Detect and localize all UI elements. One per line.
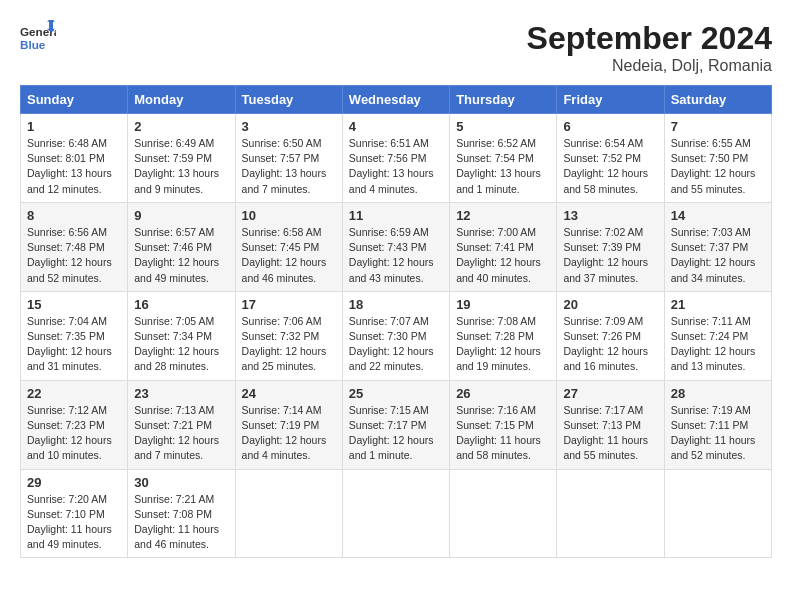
day-number: 9: [134, 208, 228, 223]
day-info: Sunrise: 6:55 AM Sunset: 7:50 PM Dayligh…: [671, 136, 765, 197]
day-number: 29: [27, 475, 121, 490]
day-info: Sunrise: 6:50 AM Sunset: 7:57 PM Dayligh…: [242, 136, 336, 197]
day-info: Sunrise: 7:15 AM Sunset: 7:17 PM Dayligh…: [349, 403, 443, 464]
day-info: Sunrise: 6:48 AM Sunset: 8:01 PM Dayligh…: [27, 136, 121, 197]
calendar-body: 1Sunrise: 6:48 AM Sunset: 8:01 PM Daylig…: [21, 114, 772, 558]
day-number: 12: [456, 208, 550, 223]
calendar-day-cell: 29Sunrise: 7:20 AM Sunset: 7:10 PM Dayli…: [21, 469, 128, 558]
calendar-day-cell: 15Sunrise: 7:04 AM Sunset: 7:35 PM Dayli…: [21, 291, 128, 380]
day-number: 26: [456, 386, 550, 401]
day-number: 21: [671, 297, 765, 312]
calendar-day-cell: 21Sunrise: 7:11 AM Sunset: 7:24 PM Dayli…: [664, 291, 771, 380]
svg-text:Blue: Blue: [20, 38, 46, 51]
day-number: 10: [242, 208, 336, 223]
col-sunday: Sunday: [21, 86, 128, 114]
day-info: Sunrise: 6:54 AM Sunset: 7:52 PM Dayligh…: [563, 136, 657, 197]
calendar-day-cell: 23Sunrise: 7:13 AM Sunset: 7:21 PM Dayli…: [128, 380, 235, 469]
day-info: Sunrise: 6:49 AM Sunset: 7:59 PM Dayligh…: [134, 136, 228, 197]
day-info: Sunrise: 7:03 AM Sunset: 7:37 PM Dayligh…: [671, 225, 765, 286]
day-number: 13: [563, 208, 657, 223]
day-info: Sunrise: 7:00 AM Sunset: 7:41 PM Dayligh…: [456, 225, 550, 286]
col-monday: Monday: [128, 86, 235, 114]
day-number: 25: [349, 386, 443, 401]
day-number: 30: [134, 475, 228, 490]
day-number: 4: [349, 119, 443, 134]
day-info: Sunrise: 7:04 AM Sunset: 7:35 PM Dayligh…: [27, 314, 121, 375]
calendar-day-cell: 30Sunrise: 7:21 AM Sunset: 7:08 PM Dayli…: [128, 469, 235, 558]
calendar-day-cell: 11Sunrise: 6:59 AM Sunset: 7:43 PM Dayli…: [342, 202, 449, 291]
calendar-day-cell: [557, 469, 664, 558]
day-info: Sunrise: 7:11 AM Sunset: 7:24 PM Dayligh…: [671, 314, 765, 375]
calendar-day-cell: 17Sunrise: 7:06 AM Sunset: 7:32 PM Dayli…: [235, 291, 342, 380]
calendar-week-row: 1Sunrise: 6:48 AM Sunset: 8:01 PM Daylig…: [21, 114, 772, 203]
calendar-day-cell: 2Sunrise: 6:49 AM Sunset: 7:59 PM Daylig…: [128, 114, 235, 203]
col-thursday: Thursday: [450, 86, 557, 114]
day-number: 16: [134, 297, 228, 312]
day-number: 19: [456, 297, 550, 312]
day-info: Sunrise: 6:57 AM Sunset: 7:46 PM Dayligh…: [134, 225, 228, 286]
calendar-day-cell: [342, 469, 449, 558]
day-info: Sunrise: 7:08 AM Sunset: 7:28 PM Dayligh…: [456, 314, 550, 375]
day-info: Sunrise: 6:52 AM Sunset: 7:54 PM Dayligh…: [456, 136, 550, 197]
page-header: General Blue September 2024 Nedeia, Dolj…: [20, 20, 772, 75]
day-info: Sunrise: 7:09 AM Sunset: 7:26 PM Dayligh…: [563, 314, 657, 375]
day-info: Sunrise: 7:02 AM Sunset: 7:39 PM Dayligh…: [563, 225, 657, 286]
day-number: 11: [349, 208, 443, 223]
calendar-table: Sunday Monday Tuesday Wednesday Thursday…: [20, 85, 772, 558]
calendar-day-cell: 5Sunrise: 6:52 AM Sunset: 7:54 PM Daylig…: [450, 114, 557, 203]
day-info: Sunrise: 7:05 AM Sunset: 7:34 PM Dayligh…: [134, 314, 228, 375]
calendar-day-cell: 16Sunrise: 7:05 AM Sunset: 7:34 PM Dayli…: [128, 291, 235, 380]
day-number: 1: [27, 119, 121, 134]
page-subtitle: Nedeia, Dolj, Romania: [527, 57, 772, 75]
day-number: 23: [134, 386, 228, 401]
day-number: 8: [27, 208, 121, 223]
calendar-day-cell: 28Sunrise: 7:19 AM Sunset: 7:11 PM Dayli…: [664, 380, 771, 469]
calendar-day-cell: 18Sunrise: 7:07 AM Sunset: 7:30 PM Dayli…: [342, 291, 449, 380]
col-wednesday: Wednesday: [342, 86, 449, 114]
calendar-day-cell: [664, 469, 771, 558]
calendar-week-row: 15Sunrise: 7:04 AM Sunset: 7:35 PM Dayli…: [21, 291, 772, 380]
day-info: Sunrise: 7:14 AM Sunset: 7:19 PM Dayligh…: [242, 403, 336, 464]
day-number: 22: [27, 386, 121, 401]
calendar-day-cell: 3Sunrise: 6:50 AM Sunset: 7:57 PM Daylig…: [235, 114, 342, 203]
calendar-week-row: 22Sunrise: 7:12 AM Sunset: 7:23 PM Dayli…: [21, 380, 772, 469]
logo-icon: General Blue: [20, 20, 56, 56]
day-info: Sunrise: 7:17 AM Sunset: 7:13 PM Dayligh…: [563, 403, 657, 464]
day-info: Sunrise: 7:12 AM Sunset: 7:23 PM Dayligh…: [27, 403, 121, 464]
day-info: Sunrise: 6:58 AM Sunset: 7:45 PM Dayligh…: [242, 225, 336, 286]
day-number: 6: [563, 119, 657, 134]
day-info: Sunrise: 6:51 AM Sunset: 7:56 PM Dayligh…: [349, 136, 443, 197]
calendar-day-cell: 6Sunrise: 6:54 AM Sunset: 7:52 PM Daylig…: [557, 114, 664, 203]
calendar-day-cell: 13Sunrise: 7:02 AM Sunset: 7:39 PM Dayli…: [557, 202, 664, 291]
day-number: 20: [563, 297, 657, 312]
calendar-day-cell: 27Sunrise: 7:17 AM Sunset: 7:13 PM Dayli…: [557, 380, 664, 469]
day-info: Sunrise: 7:20 AM Sunset: 7:10 PM Dayligh…: [27, 492, 121, 553]
calendar-day-cell: [235, 469, 342, 558]
calendar-day-cell: 9Sunrise: 6:57 AM Sunset: 7:46 PM Daylig…: [128, 202, 235, 291]
calendar-day-cell: 19Sunrise: 7:08 AM Sunset: 7:28 PM Dayli…: [450, 291, 557, 380]
calendar-week-row: 8Sunrise: 6:56 AM Sunset: 7:48 PM Daylig…: [21, 202, 772, 291]
day-info: Sunrise: 7:21 AM Sunset: 7:08 PM Dayligh…: [134, 492, 228, 553]
title-block: September 2024 Nedeia, Dolj, Romania: [527, 20, 772, 75]
calendar-week-row: 29Sunrise: 7:20 AM Sunset: 7:10 PM Dayli…: [21, 469, 772, 558]
day-number: 24: [242, 386, 336, 401]
day-number: 3: [242, 119, 336, 134]
day-info: Sunrise: 7:16 AM Sunset: 7:15 PM Dayligh…: [456, 403, 550, 464]
day-number: 18: [349, 297, 443, 312]
calendar-day-cell: 24Sunrise: 7:14 AM Sunset: 7:19 PM Dayli…: [235, 380, 342, 469]
day-number: 5: [456, 119, 550, 134]
day-info: Sunrise: 6:56 AM Sunset: 7:48 PM Dayligh…: [27, 225, 121, 286]
calendar-day-cell: 10Sunrise: 6:58 AM Sunset: 7:45 PM Dayli…: [235, 202, 342, 291]
day-number: 7: [671, 119, 765, 134]
day-info: Sunrise: 7:07 AM Sunset: 7:30 PM Dayligh…: [349, 314, 443, 375]
calendar-day-cell: 26Sunrise: 7:16 AM Sunset: 7:15 PM Dayli…: [450, 380, 557, 469]
calendar-day-cell: 7Sunrise: 6:55 AM Sunset: 7:50 PM Daylig…: [664, 114, 771, 203]
calendar-day-cell: 4Sunrise: 6:51 AM Sunset: 7:56 PM Daylig…: [342, 114, 449, 203]
day-info: Sunrise: 7:06 AM Sunset: 7:32 PM Dayligh…: [242, 314, 336, 375]
col-friday: Friday: [557, 86, 664, 114]
day-number: 14: [671, 208, 765, 223]
day-number: 2: [134, 119, 228, 134]
day-number: 28: [671, 386, 765, 401]
day-info: Sunrise: 6:59 AM Sunset: 7:43 PM Dayligh…: [349, 225, 443, 286]
calendar-day-cell: 12Sunrise: 7:00 AM Sunset: 7:41 PM Dayli…: [450, 202, 557, 291]
